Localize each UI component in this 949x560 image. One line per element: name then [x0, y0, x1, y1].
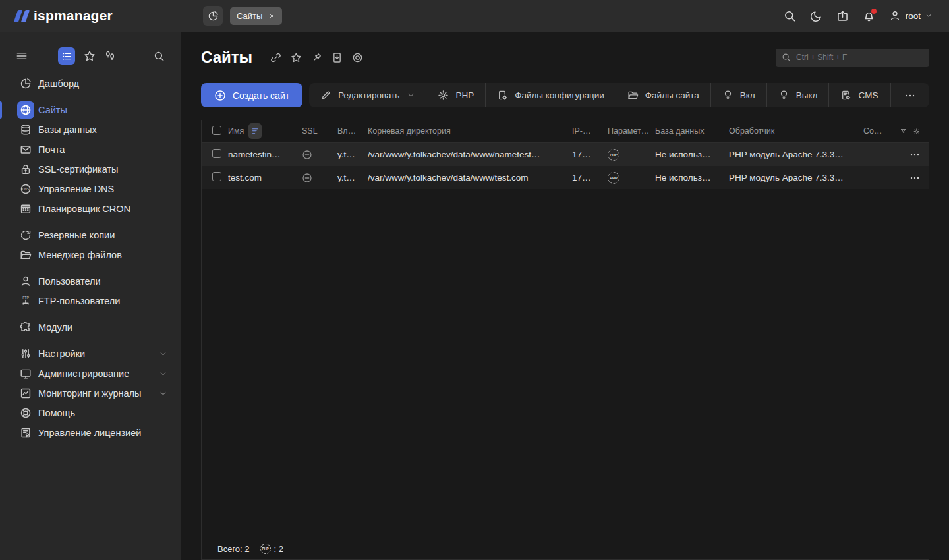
favorites-star-icon[interactable]: [84, 50, 96, 62]
export-doc-icon[interactable]: [331, 52, 343, 63]
link-icon[interactable]: [270, 52, 281, 63]
column-header-owner[interactable]: Вл…: [337, 126, 368, 136]
column-header-database[interactable]: База данных: [655, 126, 729, 136]
disable-label: Выкл: [796, 90, 818, 100]
page-header: Сайты: [201, 47, 929, 67]
sidebar-item-modules[interactable]: Модули: [0, 318, 181, 337]
column-header-status[interactable]: Со…: [863, 126, 900, 136]
sidebar-item-mail[interactable]: Почта: [0, 140, 181, 159]
chevron-down-icon[interactable]: [159, 390, 167, 397]
dark-mode-moon-icon[interactable]: [810, 10, 822, 22]
notifications-button[interactable]: [863, 10, 875, 22]
footprints-icon[interactable]: [104, 50, 116, 62]
sidebar-item-databases[interactable]: Базы данных: [0, 120, 181, 140]
site-files-button[interactable]: Файлы сайта: [616, 83, 710, 107]
column-header-ip[interactable]: IP-…: [572, 126, 608, 136]
menu-list-view-button[interactable]: [58, 47, 75, 65]
more-actions-button[interactable]: [890, 83, 929, 107]
tab-bar: Сайты: [203, 6, 282, 26]
sidebar-item-settings[interactable]: Настройки: [0, 344, 181, 364]
column-header-params[interactable]: Парамет…: [608, 126, 655, 136]
column-header-name[interactable]: Имя: [228, 126, 244, 136]
chevron-down-icon[interactable]: [159, 370, 167, 378]
config-files-label: Файлы конфигурации: [515, 90, 604, 100]
sidebar-item-users[interactable]: Пользователи: [0, 271, 181, 291]
table-footer: Всего: 2 PHP : 2: [202, 538, 929, 559]
folder-icon: [17, 246, 34, 264]
sidebar-item-help[interactable]: Помощь: [0, 403, 181, 423]
puzzle-icon: [17, 319, 34, 336]
chevron-down-icon[interactable]: [159, 350, 167, 358]
star-icon[interactable]: [291, 52, 302, 63]
user-menu[interactable]: root: [889, 10, 932, 22]
lifebuoy-icon: [17, 405, 34, 422]
sidebar-item-sites[interactable]: Сайты: [0, 100, 181, 120]
cms-button[interactable]: CMS: [828, 83, 889, 107]
table-row[interactable]: nametestin… y.t… /var/www/y.tolkachev/da…: [202, 143, 929, 166]
folder-icon: [627, 90, 639, 101]
create-site-label: Создать сайт: [233, 90, 289, 101]
topbar: ispmanager Сайты: [0, 0, 949, 32]
table-header-row: Имя SSL Вл… Корневая директория IP-… Пар…: [202, 120, 929, 143]
sidebar-item-label: Базы данных: [38, 125, 97, 135]
dashboard-icon: [17, 75, 34, 92]
create-site-button[interactable]: Создать сайт: [201, 83, 302, 107]
sidebar-item-label: Дашборд: [38, 78, 79, 89]
row-checkbox[interactable]: [212, 172, 221, 181]
search-input[interactable]: [796, 53, 923, 62]
globe-icon: [17, 101, 34, 119]
config-files-button[interactable]: Файлы конфигурации: [485, 83, 616, 107]
sidebar-item-administration[interactable]: Администрирование: [0, 364, 181, 383]
sidebar-item-label: Резервные копии: [38, 230, 115, 240]
dashboard-tab-button[interactable]: [203, 6, 223, 26]
php-badge: PHP: [608, 172, 619, 184]
column-header-root-dir[interactable]: Корневая директория: [368, 126, 572, 136]
help-lifebuoy-icon[interactable]: [352, 52, 363, 63]
table-row[interactable]: test.com y.t… /var/www/y.tolkachev/data/…: [202, 166, 929, 189]
import-box-icon[interactable]: [836, 10, 849, 22]
edit-label: Редактировать: [338, 90, 399, 100]
disable-button[interactable]: Выкл: [766, 83, 829, 107]
sidebar-item-backups[interactable]: Резервные копии: [0, 225, 181, 245]
sidebar-item-dashboard[interactable]: Дашборд: [0, 74, 181, 94]
hamburger-menu-icon[interactable]: [16, 50, 28, 62]
tab-sites[interactable]: Сайты: [230, 7, 282, 25]
logo-slashes-icon: [16, 10, 28, 22]
sort-asc-icon[interactable]: [248, 123, 262, 139]
row-actions-button[interactable]: [900, 150, 929, 160]
select-all-checkbox[interactable]: [212, 126, 221, 135]
php-button[interactable]: PHP: [426, 83, 485, 107]
column-header-ssl[interactable]: SSL: [302, 126, 337, 136]
table-search[interactable]: [776, 49, 929, 67]
sidebar-item-cron[interactable]: Планировщик CRON: [0, 199, 181, 219]
sliders-icon: [17, 345, 34, 362]
close-icon[interactable]: [268, 13, 275, 20]
pin-icon[interactable]: [311, 52, 322, 63]
ellipsis-icon: [909, 173, 920, 183]
table-settings-gear-icon[interactable]: [913, 126, 920, 136]
sidebar-item-ssl[interactable]: SSL-сертификаты: [0, 159, 181, 179]
filter-icon[interactable]: [900, 126, 907, 136]
sidebar-item-file-manager[interactable]: Менеджер файлов: [0, 245, 181, 265]
sidebar-item-ftp-users[interactable]: FTP FTP-пользователи: [0, 291, 181, 311]
site-handler: PHP модуль Apache 7.3.3…: [729, 150, 863, 159]
row-actions-button[interactable]: [900, 173, 929, 183]
search-icon[interactable]: [784, 10, 796, 22]
sidebar-item-dns[interactable]: DNS Управление DNS: [0, 179, 181, 199]
row-checkbox[interactable]: [212, 149, 221, 158]
main-content: Сайты: [181, 32, 949, 560]
svg-text:FTP: FTP: [22, 296, 29, 300]
chevron-down-icon: [925, 13, 932, 19]
edit-button[interactable]: Редактировать: [309, 83, 426, 107]
enable-button[interactable]: Вкл: [710, 83, 766, 107]
sidebar-item-label: Сайты: [38, 105, 67, 115]
sidebar-item-label: Модули: [38, 322, 72, 333]
sidebar-item-monitoring[interactable]: Мониторинг и журналы: [0, 383, 181, 403]
sidebar-item-license[interactable]: Управление лицензией: [0, 423, 181, 443]
pencil-icon: [320, 90, 331, 101]
notification-dot: [871, 9, 877, 14]
column-header-handler[interactable]: Обработчик: [729, 126, 863, 136]
sidebar-item-label: FTP-пользователи: [38, 296, 120, 306]
menu-search-icon[interactable]: [154, 51, 165, 62]
monitor-icon: [17, 365, 34, 382]
